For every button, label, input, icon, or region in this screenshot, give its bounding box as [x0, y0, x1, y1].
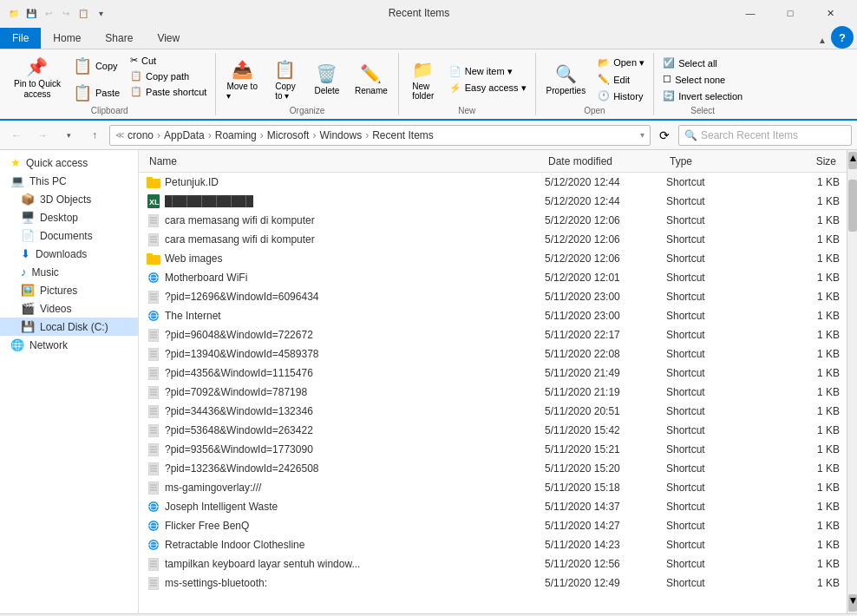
col-header-date[interactable]: Date modified — [545, 155, 666, 167]
file-row[interactable]: ?pid=7092&WindowId=787198 5/11/2020 21:1… — [139, 383, 847, 402]
help-button[interactable]: ? — [831, 26, 854, 49]
file-row[interactable]: ms-settings-bluetooth: 5/11/2020 12:49 S… — [139, 573, 847, 593]
file-row[interactable]: ms-gamingoverlay:/// 5/11/2020 15:18 Sho… — [139, 478, 847, 497]
invert-selection-button[interactable]: 🔄 Invert selection — [659, 88, 746, 103]
sidebar-item-desktop[interactable]: 🖥️ Desktop — [0, 208, 138, 226]
sidebar-item-music[interactable]: ♪ Music — [0, 263, 138, 281]
path-crono[interactable]: crono — [128, 129, 154, 141]
scrollbar[interactable]: ▲ ▼ — [847, 150, 857, 613]
col-header-size[interactable]: Size — [770, 155, 840, 167]
copy-path-label: Copy path — [146, 71, 189, 82]
file-type: Shortcut — [666, 386, 770, 398]
search-bar[interactable]: 🔍 Search Recent Items — [678, 125, 852, 146]
pin-icon: 📌 — [26, 56, 48, 77]
recent-button[interactable]: ▾ — [57, 124, 80, 147]
file-row[interactable]: Motherboard WiFi 5/12/2020 12:01 Shortcu… — [139, 268, 847, 287]
copy-path-button[interactable]: 📋 Copy path — [127, 69, 210, 83]
select-all-label: Select all — [678, 58, 717, 69]
file-row[interactable]: ?pid=34436&WindowId=132346 5/11/2020 20:… — [139, 402, 847, 421]
quick-access-icon[interactable]: 💾 — [24, 6, 38, 20]
redo-icon[interactable]: ↪ — [59, 6, 73, 20]
select-all-button[interactable]: ☑️ Select all — [659, 56, 746, 70]
sidebar-item-downloads[interactable]: ⬇ Downloads — [0, 245, 138, 263]
paste-shortcut-button[interactable]: 📋 Paste shortcut — [127, 84, 210, 99]
close-button[interactable]: ✕ — [810, 0, 850, 26]
sidebar-item-documents[interactable]: 📄 Documents — [0, 226, 138, 245]
file-row[interactable]: cara memasang wifi di komputer 5/12/2020… — [139, 211, 847, 230]
file-row[interactable]: Web images 5/12/2020 12:06 Shortcut 1 KB — [139, 249, 847, 268]
file-row[interactable]: ?pid=13940&WindowId=4589378 5/11/2020 22… — [139, 344, 847, 364]
forward-button[interactable]: → — [31, 124, 54, 147]
tab-file[interactable]: File — [0, 28, 41, 49]
open-button[interactable]: 📂 Open ▾ — [594, 56, 648, 70]
up-button[interactable]: ↑ — [83, 124, 106, 147]
file-row[interactable]: ?pid=9356&WindowId=1773090 5/11/2020 15:… — [139, 440, 847, 459]
file-row[interactable]: tampilkan keyboard layar sentuh window..… — [139, 554, 847, 573]
sidebar-item-network[interactable]: 🌐 Network — [0, 336, 138, 354]
cut-button[interactable]: ✂ Cut — [127, 53, 210, 68]
pin-quick-access-button[interactable]: 📌 Pin to Quickaccess — [9, 53, 66, 103]
file-row[interactable]: Joseph Intelligent Waste 5/11/2020 14:37… — [139, 497, 847, 516]
path-microsoft[interactable]: Microsoft — [267, 129, 310, 141]
open-group-label: Open — [541, 106, 649, 115]
sidebar-item-this-pc[interactable]: 💻 This PC — [0, 172, 138, 190]
file-icon — [146, 518, 161, 534]
dropdown-icon[interactable]: ▾ — [94, 6, 108, 20]
file-row[interactable]: ?pid=53648&WindowId=263422 5/11/2020 15:… — [139, 421, 847, 440]
delete-label: Delete — [315, 86, 340, 95]
sidebar-item-videos[interactable]: 🎬 Videos — [0, 299, 138, 318]
undo-icon[interactable]: ↩ — [42, 6, 56, 20]
col-header-type[interactable]: Type — [666, 155, 770, 167]
select-none-button[interactable]: ☐ Select none — [659, 72, 746, 87]
address-dropdown-icon[interactable]: ▾ — [640, 130, 644, 140]
address-bar[interactable]: ≪ crono › AppData › Roaming › Microsoft … — [109, 125, 651, 146]
delete-button[interactable]: 🗑️ Delete — [308, 60, 346, 99]
sidebar-item-pictures[interactable]: 🖼️ Pictures — [0, 281, 138, 299]
file-row[interactable]: cara memasang wifi di komputer 5/12/2020… — [139, 230, 847, 249]
edit-button[interactable]: ✏️ Edit — [594, 72, 648, 87]
path-recent-items[interactable]: Recent Items — [372, 129, 434, 141]
file-row[interactable]: XL ████████████ 5/12/2020 12:44 Shortcut… — [139, 192, 847, 211]
path-windows[interactable]: Windows — [319, 129, 362, 141]
col-header-name[interactable]: Name — [146, 155, 545, 167]
new-folder-button[interactable]: 📁 Newfolder — [404, 56, 442, 104]
tab-view[interactable]: View — [145, 28, 192, 49]
refresh-button[interactable]: ⟳ — [654, 125, 675, 146]
file-row[interactable]: Flicker Free BenQ 5/11/2020 14:27 Shortc… — [139, 516, 847, 535]
file-row[interactable]: ?pid=96048&WindowId=722672 5/11/2020 22:… — [139, 325, 847, 344]
file-row[interactable]: Petunjuk.ID 5/12/2020 12:44 Shortcut 1 K… — [139, 173, 847, 192]
ribbon-collapse-button[interactable]: ▲ — [814, 31, 831, 49]
properties-button[interactable]: 🔍 Properties — [541, 60, 592, 99]
scroll-thumb[interactable] — [848, 180, 857, 232]
sidebar-item-quick-access[interactable]: ★ Quick access — [0, 154, 138, 172]
scroll-down-button[interactable]: ▼ — [848, 594, 857, 612]
path-appdata[interactable]: AppData — [164, 129, 205, 141]
file-row[interactable]: ?pid=4356&WindowId=1115476 5/11/2020 21:… — [139, 364, 847, 383]
svg-rect-69 — [148, 558, 159, 571]
copy-button[interactable]: 📋 Copy — [68, 53, 125, 79]
path-roaming[interactable]: Roaming — [215, 129, 257, 141]
minimize-button[interactable]: — — [730, 0, 770, 26]
easy-access-button[interactable]: ⚡ Easy access ▾ — [446, 81, 530, 95]
tab-share[interactable]: Share — [93, 28, 145, 49]
sidebar-item-local-disk[interactable]: 💾 Local Disk (C:) — [0, 318, 138, 336]
scroll-up-button[interactable]: ▲ — [848, 152, 857, 169]
file-row[interactable]: Retractable Indoor Clothesline 5/11/2020… — [139, 535, 847, 554]
rename-button[interactable]: ✏️ Rename — [350, 60, 393, 99]
history-button[interactable]: 🕐 History — [594, 88, 648, 103]
file-row[interactable]: ?pid=12696&WindowId=6096434 5/11/2020 23… — [139, 287, 847, 306]
file-name: ?pid=4356&WindowId=1115476 — [165, 367, 545, 379]
back-button[interactable]: ← — [5, 124, 28, 147]
paste-button[interactable]: 📋 Paste — [68, 80, 125, 106]
copy-to-button[interactable]: 📋 Copyto ▾ — [266, 56, 304, 104]
sidebar-3d-objects-label: 3D Objects — [40, 193, 91, 206]
maximize-button[interactable]: □ — [770, 0, 810, 26]
tab-home[interactable]: Home — [41, 28, 93, 49]
move-to-button[interactable]: 📤 Move to▾ — [221, 56, 263, 104]
sidebar-item-3d-objects[interactable]: 📦 3D Objects — [0, 190, 138, 208]
window-controls: — □ ✕ — [730, 0, 850, 26]
file-row[interactable]: The Internet 5/11/2020 23:00 Shortcut 1 … — [139, 306, 847, 325]
new-item-button[interactable]: 📄 New item ▾ — [446, 64, 530, 79]
file-row[interactable]: ?pid=13236&WindowId=2426508 5/11/2020 15… — [139, 459, 847, 478]
properties-icon[interactable]: 📋 — [76, 6, 90, 20]
